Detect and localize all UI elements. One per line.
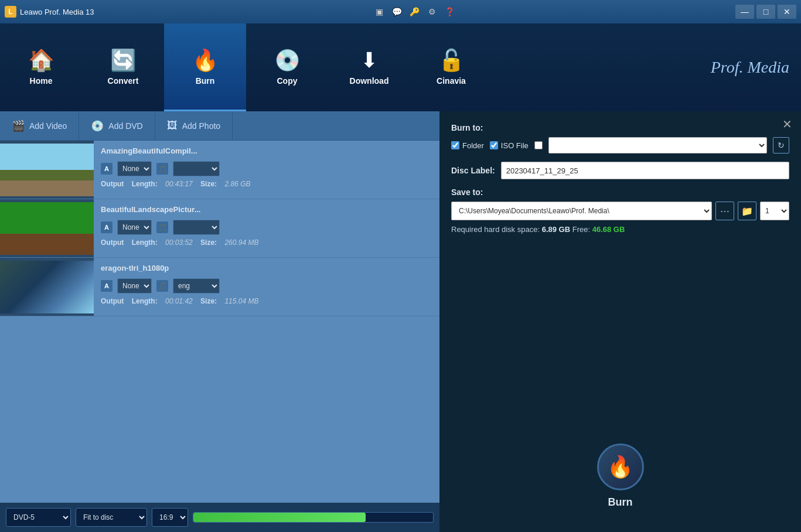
add-photo-icon: 🖼: [167, 120, 178, 132]
brand-logo: Prof. Media: [711, 23, 801, 111]
subtitle-select-2[interactable]: None: [117, 220, 152, 235]
bottom-bar: DVD-5 DVD-9 Blu-ray 25GB Blu-ray 50GB Fi…: [0, 503, 439, 532]
cinavia-icon: 🔓: [438, 48, 465, 73]
copy-count-select[interactable]: 1 2 3: [760, 202, 789, 220]
close-button[interactable]: ✕: [778, 5, 796, 19]
disc-checkbox-label[interactable]: [534, 141, 543, 149]
aspect-select[interactable]: 16:9 4:3: [152, 508, 188, 527]
nav-cinavia[interactable]: 🔓 Cinavia: [410, 23, 492, 111]
file-controls-3: A None 🎵 eng: [101, 278, 432, 294]
required-space-label: Required hard disk space:: [451, 225, 540, 234]
nav-copy[interactable]: 💿 Copy: [246, 23, 328, 111]
nav-burn[interactable]: 🔥 Burn: [164, 23, 246, 111]
disc-type-select[interactable]: DVD-5 DVD-9 Blu-ray 25GB Blu-ray 50GB: [6, 508, 71, 527]
subtitle-select-3[interactable]: None: [117, 278, 152, 294]
folder-checkbox[interactable]: [451, 141, 459, 149]
disc-drive-select[interactable]: [548, 137, 767, 154]
app-title: Leawo Prof. Media 13: [20, 8, 94, 16]
iso-checkbox-label[interactable]: ISO File: [490, 141, 529, 150]
file-name-1: AmazingBeautifulCompil...: [101, 146, 432, 155]
iso-checkbox[interactable]: [490, 141, 498, 149]
help-icon[interactable]: ❓: [444, 5, 456, 18]
fit-option-select[interactable]: Fit to disc High Quality Medium Quality: [76, 508, 147, 527]
main-area: 🎬 Add Video 💿 Add DVD 🖼 Add Photo Amazin…: [0, 111, 801, 532]
file-controls-2: A None 🎵: [101, 220, 432, 235]
burn-icon: 🔥: [192, 48, 219, 73]
free-space-value: 46.68 GB: [592, 225, 625, 234]
nav-bar: 🏠 Home 🔄 Convert 🔥 Burn 💿 Copy ⬇ Downloa…: [0, 23, 801, 111]
audio-badge-3: 🎵: [156, 280, 168, 292]
file-meta-2: Output Length: 00:03:52 Size: 260.94 MB: [101, 238, 432, 247]
file-info-1: AmazingBeautifulCompil... A None 🎵 Outpu…: [94, 141, 439, 199]
burn-to-row: Folder ISO File ↻: [451, 137, 789, 154]
chat-icon[interactable]: 💬: [391, 5, 404, 18]
nav-download[interactable]: ⬇ Download: [328, 23, 410, 111]
file-list: AmazingBeautifulCompil... A None 🎵 Outpu…: [0, 141, 439, 503]
burn-to-label: Burn to:: [451, 123, 789, 132]
minimize-button[interactable]: —: [735, 5, 754, 19]
tab-add-photo-label: Add Photo: [182, 121, 220, 131]
file-info-3: eragon-tlri_h1080p A None 🎵 eng Output: [94, 258, 439, 316]
disc-label-row: Disc Label:: [451, 162, 789, 179]
disc-label-input[interactable]: [501, 162, 789, 179]
amd-icon[interactable]: ▣: [373, 5, 386, 18]
save-to-path-select[interactable]: C:\Users\Moyea\Documents\Leawo\Prof. Med…: [451, 202, 712, 220]
disc-label-label: Disc Label:: [451, 166, 495, 175]
file-name-3: eragon-tlri_h1080p: [101, 264, 432, 272]
file-meta-1: Output Length: 00:43:17 Size: 2.86 GB: [101, 180, 432, 188]
tab-add-video[interactable]: 🎬 Add Video: [0, 111, 79, 140]
tab-add-photo[interactable]: 🖼 Add Photo: [155, 111, 233, 140]
save-to-controls: C:\Users\Moyea\Documents\Leawo\Prof. Med…: [451, 202, 789, 220]
nav-burn-label: Burn: [196, 76, 215, 86]
thumbnail-image: [0, 202, 94, 255]
save-to-more-button[interactable]: ⋯: [715, 202, 734, 220]
nav-convert-label: Convert: [108, 76, 139, 86]
home-icon: 🏠: [28, 48, 54, 73]
disc-checkbox[interactable]: [534, 141, 543, 149]
table-row: BeautifulLandscapePictur... A None 🎵 Out…: [0, 199, 439, 258]
table-row: AmazingBeautifulCompil... A None 🎵 Outpu…: [0, 141, 439, 199]
settings-icon[interactable]: ⚙: [426, 5, 439, 18]
thumbnail-image: [0, 144, 94, 196]
required-space-value: 6.89 GB: [542, 225, 570, 234]
add-video-icon: 🎬: [12, 120, 25, 132]
tab-add-dvd[interactable]: 💿 Add DVD: [79, 111, 155, 140]
burn-circle-button[interactable]: 🔥: [597, 444, 644, 490]
file-info-2: BeautifulLandscapePictur... A None 🎵 Out…: [94, 199, 439, 257]
nav-copy-label: Copy: [277, 76, 298, 86]
progress-bar-container: [193, 512, 434, 523]
close-right-panel-button[interactable]: ✕: [782, 117, 792, 131]
folder-label: Folder: [462, 141, 484, 150]
add-dvd-icon: 💿: [91, 120, 104, 132]
nav-home[interactable]: 🏠 Home: [0, 23, 82, 111]
audio-select-2[interactable]: [173, 220, 220, 235]
audio-select-3[interactable]: eng: [173, 278, 220, 294]
left-panel: 🎬 Add Video 💿 Add DVD 🖼 Add Photo Amazin…: [0, 111, 439, 532]
file-thumbnail-1: [0, 141, 94, 199]
title-bar: L Leawo Prof. Media 13 ▣ 💬 🔑 ⚙ ❓ — □ ✕: [0, 0, 801, 23]
folder-checkbox-label[interactable]: Folder: [451, 141, 484, 150]
nav-home-label: Home: [30, 76, 53, 86]
audio-badge-1: 🎵: [156, 163, 168, 175]
nav-download-label: Download: [350, 76, 389, 86]
app-icon: L: [5, 6, 16, 18]
file-controls-1: A None 🎵: [101, 161, 432, 176]
save-to-folder-button[interactable]: 📁: [738, 202, 756, 220]
key-icon[interactable]: 🔑: [408, 5, 421, 18]
progress-bar-fill: [193, 513, 366, 522]
tabs-bar: 🎬 Add Video 💿 Add DVD 🖼 Add Photo: [0, 111, 439, 141]
iso-label: ISO File: [501, 141, 529, 150]
maximize-button[interactable]: □: [756, 5, 775, 19]
free-space-label: Free:: [572, 225, 592, 234]
subtitle-badge-2: A: [101, 221, 113, 233]
subtitle-badge-3: A: [101, 280, 113, 292]
nav-cinavia-label: Cinavia: [437, 76, 466, 86]
burn-button-area: 🔥 Burn: [451, 444, 789, 520]
refresh-drives-button[interactable]: ↻: [773, 137, 789, 154]
audio-select-1[interactable]: [173, 161, 220, 176]
subtitle-select-1[interactable]: None: [117, 161, 152, 176]
nav-convert[interactable]: 🔄 Convert: [82, 23, 164, 111]
file-thumbnail-2: [0, 199, 94, 257]
title-bar-left: L Leawo Prof. Media 13: [5, 6, 94, 18]
save-to-row: C:\Users\Moyea\Documents\Leawo\Prof. Med…: [451, 202, 789, 220]
